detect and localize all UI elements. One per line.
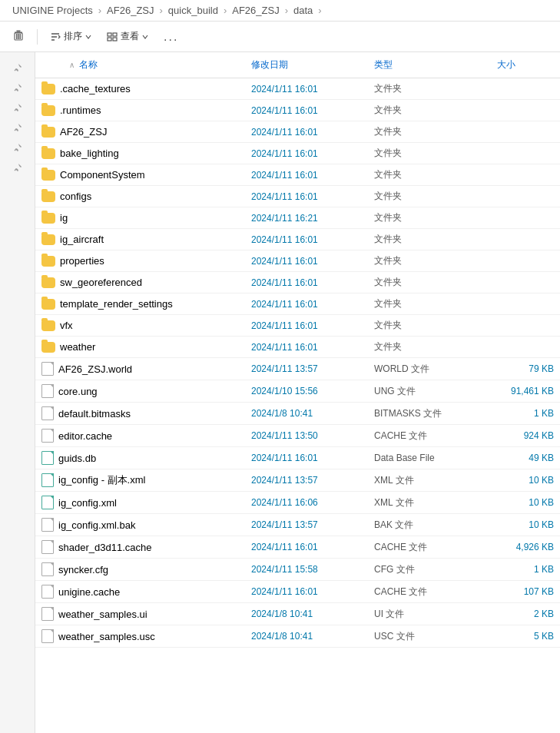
folder-type: 文件夹: [368, 188, 491, 204]
file-name-cell: weather_samples.ui: [35, 605, 245, 622]
file-type: CFG 文件: [368, 562, 491, 578]
svg-rect-2: [20, 34, 22, 39]
folder-row[interactable]: ig 2024/1/11 16:21 文件夹: [35, 207, 560, 229]
folder-size: [491, 281, 560, 284]
folder-icon: [41, 105, 55, 116]
folder-row[interactable]: configs 2024/1/11 16:01 文件夹: [35, 186, 560, 207]
file-name-cell: shader_d3d11.cache: [35, 539, 245, 556]
folder-row[interactable]: .cache_textures 2024/1/11 16:01 文件夹: [35, 78, 560, 100]
folder-icon: [41, 148, 55, 159]
col-header-name[interactable]: ∧ 名称: [35, 55, 245, 75]
folder-date: 2024/1/11 16:01: [245, 168, 368, 182]
file-row[interactable]: default.bitmasks 2024/1/8 10:41 BITMASKS…: [35, 403, 560, 425]
file-row[interactable]: weather_samples.ui 2024/1/8 10:41 UI 文件 …: [35, 603, 560, 625]
folder-name: vfx: [60, 320, 73, 331]
file-date: 2024/1/8 10:41: [245, 629, 368, 643]
col-header-modified[interactable]: 修改日期: [245, 55, 368, 75]
folder-type: 文件夹: [368, 102, 491, 118]
breadcrumb: UNIGINE Projects › AF26_ZSJ › quick_buil…: [0, 0, 560, 22]
file-row[interactable]: ig_config.xml.bak 2024/1/11 13:57 BAK 文件…: [35, 514, 560, 536]
file-row[interactable]: ig_config.xml 2024/1/11 16:06 XML 文件 10 …: [35, 492, 560, 514]
folder-icon: [41, 84, 55, 95]
folder-row[interactable]: bake_lighting 2024/1/11 16:01 文件夹: [35, 143, 560, 164]
file-row[interactable]: guids.db 2024/1/11 16:01 Data Base File …: [35, 447, 560, 469]
folder-name: ig_aircraft: [60, 234, 104, 245]
file-row[interactable]: ig_config - 副本.xml 2024/1/11 13:57 XML 文…: [35, 469, 560, 492]
col-header-type[interactable]: 类型: [368, 55, 491, 75]
more-button[interactable]: ...: [157, 27, 184, 47]
file-size: 1 KB: [491, 406, 560, 420]
file-row[interactable]: shader_d3d11.cache 2024/1/11 16:01 CACHE…: [35, 536, 560, 559]
folder-size: [491, 88, 560, 91]
delete-button[interactable]: [6, 26, 31, 47]
folder-type: 文件夹: [368, 253, 491, 269]
breadcrumb-item-3[interactable]: quick_build: [168, 5, 218, 16]
breadcrumb-item-5[interactable]: data: [293, 5, 313, 16]
file-size: 4,926 KB: [491, 540, 560, 554]
folder-size: [491, 109, 560, 112]
sort-button[interactable]: 排序: [44, 27, 98, 46]
file-name: core.ung: [58, 386, 98, 397]
folder-row[interactable]: weather 2024/1/11 16:01 文件夹: [35, 337, 560, 358]
col-header-size[interactable]: 大小: [491, 55, 560, 75]
file-date: 2024/1/11 16:01: [245, 451, 368, 465]
folder-icon: [41, 320, 55, 331]
file-name: editor.cache: [58, 430, 112, 442]
folder-row[interactable]: ComponentSystem 2024/1/11 16:01 文件夹: [35, 164, 560, 186]
pin-icon-2[interactable]: [10, 80, 25, 95]
file-area: ∧ 名称 修改日期 类型 大小 .cache_textures 2024/1/1…: [35, 52, 560, 733]
folder-date: 2024/1/11 16:21: [245, 211, 368, 225]
file-row[interactable]: core.ung 2024/1/10 15:56 UNG 文件 91,461 K…: [35, 380, 560, 403]
file-row[interactable]: syncker.cfg 2024/1/11 15:58 CFG 文件 1 KB: [35, 559, 560, 581]
pin-icon-4[interactable]: [10, 120, 25, 135]
folder-icon: [41, 213, 55, 224]
file-date: 2024/1/11 16:01: [245, 540, 368, 554]
folder-row[interactable]: vfx 2024/1/11 16:01 文件夹: [35, 315, 560, 337]
file-type: CACHE 文件: [368, 539, 491, 556]
folder-name: .runtimes: [60, 104, 101, 116]
folder-name-cell: AF26_ZSJ: [35, 124, 245, 139]
breadcrumb-item-1[interactable]: UNIGINE Projects: [12, 5, 93, 16]
breadcrumb-item-4[interactable]: AF26_ZSJ: [232, 5, 279, 16]
pin-icon-5[interactable]: [10, 140, 25, 155]
folder-name: weather: [60, 341, 95, 353]
folder-size: [491, 131, 560, 134]
folder-row[interactable]: AF26_ZSJ 2024/1/11 16:01 文件夹: [35, 121, 560, 143]
file-name-cell: default.bitmasks: [35, 405, 245, 422]
folder-name: AF26_ZSJ: [60, 126, 107, 138]
file-row[interactable]: weather_samples.usc 2024/1/8 10:41 USC 文…: [35, 625, 560, 648]
file-type: UNG 文件: [368, 383, 491, 400]
file-name: ig_config.xml: [58, 497, 117, 509]
file-size: 1 KB: [491, 562, 560, 576]
file-date: 2024/1/11 15:58: [245, 562, 368, 576]
file-row[interactable]: editor.cache 2024/1/11 13:50 CACHE 文件 92…: [35, 425, 560, 447]
folder-row[interactable]: template_render_settings 2024/1/11 16:01…: [35, 294, 560, 315]
pin-icon-1[interactable]: [10, 60, 25, 75]
file-row[interactable]: AF26_ZSJ.world 2024/1/11 13:57 WORLD 文件 …: [35, 358, 560, 380]
folder-row[interactable]: ig_aircraft 2024/1/11 16:01 文件夹: [35, 229, 560, 250]
file-row[interactable]: unigine.cache 2024/1/11 16:01 CACHE 文件 1…: [35, 581, 560, 603]
file-size: 79 KB: [491, 362, 560, 376]
breadcrumb-item-2[interactable]: AF26_ZSJ: [107, 5, 154, 16]
sidebar-pins: [0, 52, 35, 733]
pin-icon-3[interactable]: [10, 100, 25, 115]
folder-name: sw_georeferenced: [60, 277, 142, 288]
view-button[interactable]: 查看: [101, 27, 154, 46]
folder-row[interactable]: sw_georeferenced 2024/1/11 16:01 文件夹: [35, 272, 560, 294]
file-name: default.bitmasks: [58, 408, 131, 420]
file-icon: [41, 518, 54, 532]
folder-type: 文件夹: [368, 296, 491, 312]
folder-type: 文件夹: [368, 339, 491, 355]
folder-size: [491, 260, 560, 263]
folder-name-cell: vfx: [35, 318, 245, 333]
folder-row[interactable]: properties 2024/1/11 16:01 文件夹: [35, 250, 560, 272]
folder-icon: [41, 342, 55, 353]
file-size: 49 KB: [491, 451, 560, 465]
pin-icon-6[interactable]: [10, 160, 25, 175]
folder-row[interactable]: .runtimes 2024/1/11 16:01 文件夹: [35, 100, 560, 121]
file-icon: [41, 384, 54, 398]
folder-list: .cache_textures 2024/1/11 16:01 文件夹 .run…: [35, 78, 560, 358]
folder-icon: [41, 256, 55, 267]
folder-type: 文件夹: [368, 145, 491, 161]
file-name: ig_config - 副本.xml: [58, 473, 145, 487]
